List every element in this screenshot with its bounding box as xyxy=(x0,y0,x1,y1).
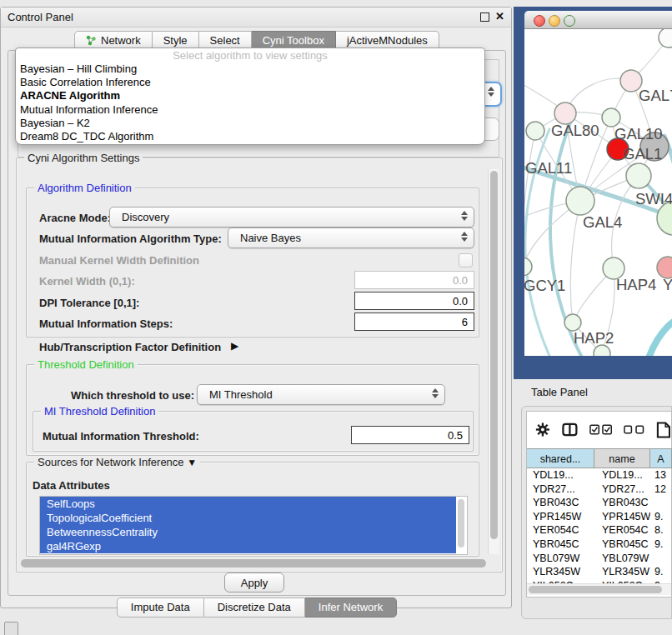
checked-columns-icon[interactable] xyxy=(589,424,612,435)
data-attributes-list[interactable]: SelfLoopsTopologicalCoefficientBetweenne… xyxy=(39,496,468,555)
gear-icon[interactable] xyxy=(535,422,550,438)
algorithm-option[interactable]: Dream8 DC_TDC Algorithm xyxy=(16,130,484,143)
network-view-window: GAL7GAL80GAL10GAL1GAL11SWI4GAL4GCY1HAP4Y… xyxy=(524,11,672,356)
combo-arrows-icon xyxy=(460,211,468,221)
table-cell: YBR045C xyxy=(594,538,650,552)
table-row[interactable]: YBR043CYBR043C xyxy=(527,496,672,510)
unchecked-columns-icon[interactable] xyxy=(624,425,644,434)
algorithm-dropdown[interactable]: Select algorithm to view settings Bayesi… xyxy=(15,48,485,145)
table-row[interactable]: YBR045CYBR045C9. xyxy=(527,538,672,552)
table-row[interactable]: YDL19...YDL19...13 xyxy=(527,468,672,482)
hub-definition-label[interactable]: Hub/Transcription Factor Definition xyxy=(39,341,221,353)
selected-value: Naive Bayes xyxy=(228,232,301,244)
sources-title: Sources for Network Inference xyxy=(38,456,184,468)
float-window-icon[interactable] xyxy=(480,12,489,22)
dpi-tolerance-label: DPI Tolerance [0,1]: xyxy=(39,297,139,309)
algorithm-option[interactable]: Bayesian – Hill Climbing xyxy=(16,62,484,76)
scrollbar-thumb[interactable] xyxy=(529,586,662,593)
table-cell: YBR043C xyxy=(594,496,650,510)
attribute-item-selected[interactable]: gal4RGexp xyxy=(40,539,456,553)
field-value: 0.0 xyxy=(453,295,468,308)
network-node-gal11[interactable] xyxy=(526,122,544,140)
network-canvas[interactable]: GAL7GAL80GAL10GAL1GAL11SWI4GAL4GCY1HAP4Y… xyxy=(524,29,672,356)
table-row[interactable]: YER054CYER054C8. xyxy=(527,523,672,538)
columns-icon[interactable] xyxy=(562,422,578,437)
table-column-header[interactable]: A xyxy=(650,448,672,468)
expand-triangle-icon[interactable]: ▶ xyxy=(231,340,238,352)
table-cell: YDL19... xyxy=(594,468,650,482)
algorithm-list: Bayesian – Hill ClimbingBasic Correlatio… xyxy=(16,62,484,143)
table-cell: 8. xyxy=(650,523,672,538)
table-toolbar xyxy=(526,411,672,448)
table-row[interactable]: YLR345WYLR345W9. xyxy=(527,565,672,579)
table-horizontal-scrollbar[interactable] xyxy=(527,583,671,595)
tab-label: Cyni Toolbox xyxy=(263,34,324,47)
tab-label: Network xyxy=(101,34,141,47)
table-cell: 9. xyxy=(650,565,672,579)
attribute-item-selected[interactable]: TopologicalCoefficient xyxy=(40,511,456,525)
tab-discretize-data[interactable]: Discretize Data xyxy=(204,598,305,618)
kernel-width-field: 0.0 xyxy=(354,271,474,289)
network-node-gal4[interactable] xyxy=(566,187,594,215)
settings-vertical-scrollbar[interactable] xyxy=(488,169,499,554)
mi-threshold-field[interactable]: 0.5 xyxy=(351,426,469,444)
mi-algorithm-type-select[interactable]: Naive Bayes xyxy=(228,228,474,248)
mi-steps-field[interactable]: 6 xyxy=(354,312,474,331)
combo-arrows-icon xyxy=(431,388,439,398)
zoom-traffic-light-icon[interactable] xyxy=(564,15,575,27)
tab-label: jActiveMNodules xyxy=(347,34,428,47)
tab-infer-network[interactable]: Infer Network xyxy=(305,598,397,618)
field-value: 6 xyxy=(462,316,468,328)
table-column-header[interactable]: name xyxy=(594,448,650,468)
which-threshold-select[interactable]: MI Threshold xyxy=(197,384,445,405)
table-cell: YDR27... xyxy=(594,482,650,497)
collapse-triangle-icon[interactable]: ▼ xyxy=(187,457,197,468)
table-cell xyxy=(650,552,672,566)
attributes-scrollbar[interactable] xyxy=(457,498,466,552)
table-cell: YBR043C xyxy=(527,496,594,510)
attribute-item-selected[interactable]: BetweennessCentrality xyxy=(40,525,456,539)
field-value: 0.0 xyxy=(453,274,468,287)
table-panel-title: Table Panel xyxy=(531,386,588,398)
minimized-panel-icon[interactable] xyxy=(4,622,18,635)
algorithm-option[interactable]: ARACNE Algorithm xyxy=(16,89,484,102)
network-node-gcy1[interactable] xyxy=(524,258,532,276)
table-row[interactable]: YBL079WYBL079W xyxy=(527,552,672,566)
settings-horizontal-scrollbar[interactable] xyxy=(19,558,498,568)
manual-kernel-width-label: Manual Kernel Width Definition xyxy=(39,254,199,267)
table-column-header[interactable]: shared... xyxy=(527,448,594,468)
table-row[interactable]: YPR145WYPR145W9. xyxy=(527,510,672,524)
network-node-hap2[interactable] xyxy=(564,314,581,331)
network-node[interactable] xyxy=(659,29,672,48)
close-traffic-light-icon[interactable] xyxy=(534,15,545,27)
attribute-item-selected[interactable]: SelfLoops xyxy=(40,497,456,511)
group-title: Sources for Network Inference ▼ xyxy=(34,456,200,468)
table-cell: YBR045C xyxy=(527,538,594,552)
network-node-gal10[interactable] xyxy=(602,108,620,127)
apply-button[interactable]: Apply xyxy=(224,572,284,592)
node-label: GAL10 xyxy=(614,125,663,142)
scrollbar-thumb[interactable] xyxy=(458,499,464,548)
network-node-gal1[interactable] xyxy=(626,163,651,188)
close-icon[interactable]: ✕ xyxy=(495,10,504,22)
tab-label: Select xyxy=(210,34,240,47)
network-window-titlebar[interactable] xyxy=(524,11,672,29)
table-cell: YER054C xyxy=(594,523,650,538)
table-cell: YLR345W xyxy=(527,565,594,579)
algorithm-option[interactable]: Bayesian – K2 xyxy=(16,117,484,130)
scrollbar-thumb[interactable] xyxy=(21,559,486,568)
mi-type-label: Mutual Information Algorithm Type: xyxy=(39,232,222,245)
selected-value: MI Threshold xyxy=(198,388,273,401)
algorithm-option[interactable]: Basic Correlation Inference xyxy=(16,76,484,89)
manual-kernel-width-checkbox[interactable] xyxy=(459,253,473,268)
scrollbar-thumb[interactable] xyxy=(490,171,498,539)
group-title: MI Threshold Definition xyxy=(41,405,158,418)
aracne-mode-select[interactable]: Discovery xyxy=(109,207,474,228)
new-table-icon[interactable] xyxy=(656,421,672,439)
minimize-traffic-light-icon[interactable] xyxy=(549,15,560,27)
algorithm-option[interactable]: Mutual Information Inference xyxy=(16,103,484,117)
table-row[interactable]: YDR27...YDR27...12 xyxy=(527,482,672,497)
tab-impute-data[interactable]: Impute Data xyxy=(117,598,204,618)
dpi-tolerance-field[interactable]: 0.0 xyxy=(354,292,474,310)
node-label: SWI4 xyxy=(635,190,672,208)
